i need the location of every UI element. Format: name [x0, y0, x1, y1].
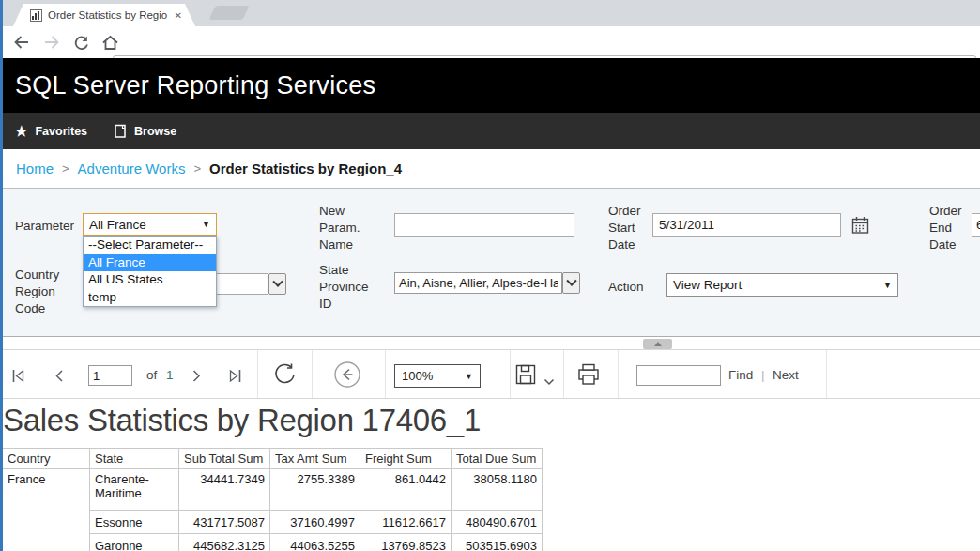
column-header-tax-amt-sum: Tax Amt Sum — [270, 449, 360, 469]
dropdown-option[interactable]: All US States — [84, 271, 216, 289]
state-cell: Essonne — [90, 511, 179, 534]
tax-amt-cell: 2755.3389 — [270, 469, 360, 511]
dropdown-option[interactable]: --Select Parameter-- — [84, 237, 216, 254]
order-start-date-label: Order Start Date — [608, 203, 650, 253]
state-province-id-input[interactable] — [394, 272, 562, 294]
parameter-select[interactable]: All France ▼ — [83, 213, 217, 236]
save-dropdown-chevron-icon[interactable] — [544, 373, 555, 390]
tab-title: Order Statistics by Regio — [48, 9, 169, 21]
state-cell: Garonne — [90, 534, 179, 551]
zoom-select[interactable]: 100% ▼ — [394, 364, 481, 388]
order-start-date-input[interactable] — [652, 213, 841, 237]
forward-icon — [43, 35, 60, 54]
star-icon: ★ — [15, 123, 27, 140]
find-button[interactable]: Find — [728, 368, 753, 382]
tax-amt-cell: 44063.5255 — [270, 534, 360, 551]
app-title: SQL Server Reporting Services — [15, 71, 375, 100]
chevron-down-icon: ▼ — [465, 372, 473, 381]
bar-chart-favicon-icon — [30, 9, 42, 22]
chevron-down-icon — [566, 275, 576, 285]
page-of-label: of — [146, 368, 157, 382]
column-header-freight-sum: Freight Sum — [360, 449, 452, 469]
total-due-cell: 480490.6701 — [452, 511, 543, 534]
state-province-id-dropdown-button[interactable] — [562, 272, 580, 294]
new-tab-button[interactable] — [208, 6, 249, 20]
chevron-down-icon: ▼ — [202, 220, 210, 229]
tax-amt-cell: 37160.4997 — [270, 511, 360, 534]
favorites-label: Favorites — [35, 125, 87, 138]
parameter-label: Parameter — [15, 218, 74, 235]
country-region-code-dropdown-button[interactable] — [268, 273, 286, 295]
zoom-select-value: 100% — [402, 369, 433, 383]
browse-folder-icon — [115, 124, 127, 139]
parameter-dropdown-list: --Select Parameter-- All France All US S… — [83, 236, 217, 307]
chevron-up-icon — [654, 342, 662, 346]
page-number-input[interactable] — [88, 365, 132, 386]
action-select-value: View Report — [673, 278, 742, 292]
chevron-down-icon — [272, 276, 283, 286]
back-to-parent-icon[interactable] — [333, 360, 361, 392]
action-select[interactable]: View Report ▼ — [666, 273, 898, 297]
breadcrumb-current: Order Statistics by Region_4 — [209, 161, 402, 176]
column-header-total-due-sum: Total Due Sum — [452, 449, 543, 469]
sub-total-cell: 431717.5087 — [179, 511, 270, 534]
last-page-icon[interactable] — [225, 368, 244, 388]
table-header-row: Country State Sub Total Sum Tax Amt Sum … — [3, 449, 543, 469]
country-region-code-label: Country Region Code — [15, 267, 73, 316]
nav-item-favorites[interactable]: ★ Favorites — [15, 113, 87, 149]
calendar-icon[interactable] — [851, 216, 870, 238]
state-province-id-label: State Province ID — [319, 262, 375, 312]
table-row: France Charente-Maritime 34441.7349 2755… — [3, 469, 543, 511]
breadcrumb-folder-link[interactable]: Adventure Works — [78, 161, 186, 176]
reload-icon[interactable] — [73, 35, 89, 54]
save-export-icon[interactable] — [515, 364, 537, 390]
browse-label: Browse — [134, 125, 176, 138]
sub-total-cell: 34441.7349 — [179, 469, 270, 511]
parameters-panel: Parameter All France ▼ --Select Paramete… — [0, 188, 980, 337]
home-icon[interactable] — [101, 35, 119, 54]
action-label: Action — [608, 279, 644, 296]
first-page-icon[interactable] — [9, 368, 28, 388]
order-end-date-input[interactable] — [972, 213, 980, 237]
refresh-icon[interactable] — [272, 362, 298, 391]
dropdown-option[interactable]: temp — [84, 289, 216, 307]
dropdown-option-selected[interactable]: All France — [84, 254, 216, 272]
order-end-date-label: Order End Date — [929, 203, 971, 253]
window-border — [0, 0, 3, 551]
back-icon[interactable] — [13, 35, 30, 54]
column-header-country: Country — [3, 449, 90, 469]
freight-cell: 11612.6617 — [360, 511, 452, 534]
total-due-cell: 38058.1180 — [452, 469, 543, 511]
report-table: Country State Sub Total Sum Tax Amt Sum … — [2, 448, 543, 551]
breadcrumb-home-link[interactable]: Home — [16, 161, 54, 176]
chevron-right-icon: > — [193, 161, 201, 176]
ssrs-nav: ★ Favorites Browse — [0, 113, 980, 149]
find-input[interactable] — [636, 365, 721, 386]
nav-item-browse[interactable]: Browse — [115, 113, 176, 149]
report-toolbar: of 1 100% ▼ Find — [0, 349, 980, 399]
browser-tab[interactable]: Order Statistics by Regio ✕ — [13, 4, 195, 26]
parameters-collapse-handle[interactable] — [643, 339, 672, 349]
tab-strip: Order Statistics by Regio ✕ — [0, 0, 980, 26]
previous-page-icon[interactable] — [51, 368, 68, 388]
freight-cell: 861.0442 — [360, 469, 452, 511]
page-count: 1 — [166, 368, 174, 382]
sub-total-cell: 445682.3125 — [179, 534, 270, 551]
column-header-sub-total-sum: Sub Total Sum — [179, 449, 270, 469]
report-title: Sales Statistics by Region 17406_1 — [3, 403, 481, 438]
find-next-separator: | — [761, 368, 765, 382]
column-header-state: State — [90, 449, 179, 469]
freight-cell: 13769.8523 — [360, 534, 452, 551]
print-icon[interactable] — [576, 362, 601, 390]
ssrs-header: SQL Server Reporting Services — [0, 58, 980, 113]
breadcrumb: Home > Adventure Works > Order Statistic… — [0, 149, 980, 188]
next-button[interactable]: Next — [773, 368, 799, 382]
country-cell: France — [3, 469, 90, 551]
close-tab-icon[interactable]: ✕ — [175, 10, 182, 21]
chevron-down-icon: ▼ — [883, 281, 892, 290]
new-param-name-label: New Param. Name — [319, 203, 371, 253]
new-param-name-input[interactable] — [394, 213, 574, 237]
next-page-icon[interactable] — [188, 368, 205, 388]
chevron-right-icon: > — [62, 161, 69, 176]
parameter-select-value: All France — [89, 218, 146, 232]
